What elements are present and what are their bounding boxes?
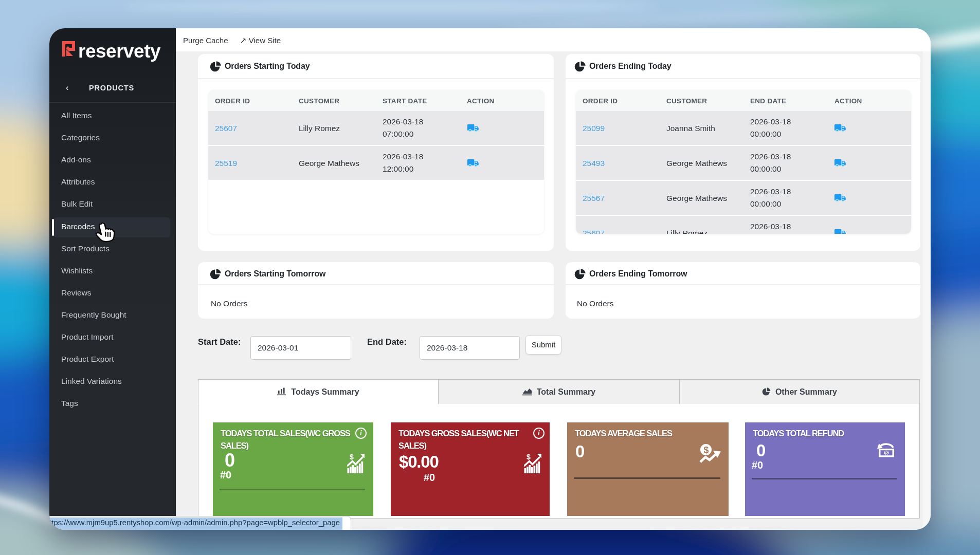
svg-text:$: $ bbox=[885, 450, 888, 456]
svg-text:$: $ bbox=[704, 445, 709, 455]
svg-text:$: $ bbox=[527, 454, 531, 461]
svg-text:$: $ bbox=[350, 454, 354, 461]
